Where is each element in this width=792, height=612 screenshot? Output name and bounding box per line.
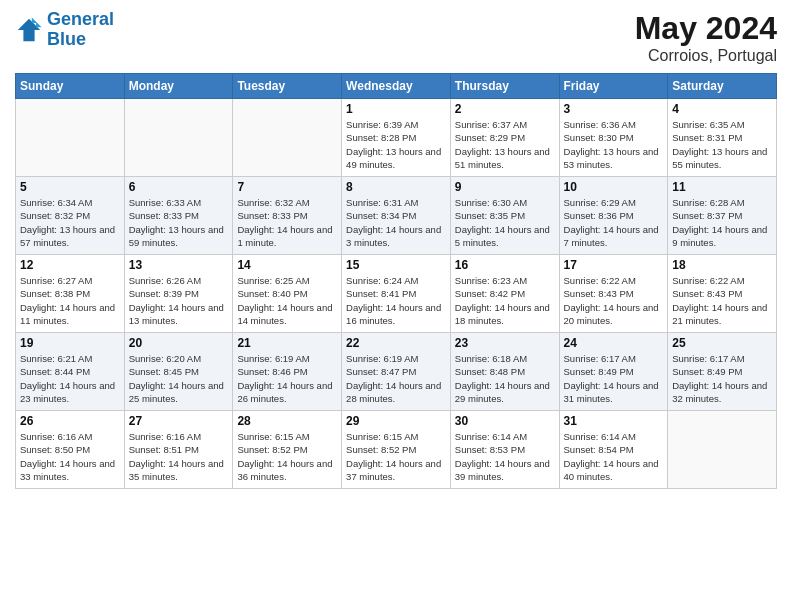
cell-day-number: 27	[129, 414, 229, 428]
cell-day-number: 25	[672, 336, 772, 350]
table-row: 12Sunrise: 6:27 AMSunset: 8:38 PMDayligh…	[16, 255, 125, 333]
table-row: 7Sunrise: 6:32 AMSunset: 8:33 PMDaylight…	[233, 177, 342, 255]
cell-day-number: 11	[672, 180, 772, 194]
calendar-week-row: 12Sunrise: 6:27 AMSunset: 8:38 PMDayligh…	[16, 255, 777, 333]
cell-info: Sunrise: 6:20 AMSunset: 8:45 PMDaylight:…	[129, 352, 229, 405]
col-monday: Monday	[124, 74, 233, 99]
cell-day-number: 15	[346, 258, 446, 272]
cell-info: Sunrise: 6:14 AMSunset: 8:54 PMDaylight:…	[564, 430, 664, 483]
table-row: 25Sunrise: 6:17 AMSunset: 8:49 PMDayligh…	[668, 333, 777, 411]
cell-info: Sunrise: 6:29 AMSunset: 8:36 PMDaylight:…	[564, 196, 664, 249]
cell-info: Sunrise: 6:26 AMSunset: 8:39 PMDaylight:…	[129, 274, 229, 327]
cell-day-number: 16	[455, 258, 555, 272]
cell-info: Sunrise: 6:19 AMSunset: 8:46 PMDaylight:…	[237, 352, 337, 405]
cell-day-number: 5	[20, 180, 120, 194]
table-row: 23Sunrise: 6:18 AMSunset: 8:48 PMDayligh…	[450, 333, 559, 411]
cell-info: Sunrise: 6:31 AMSunset: 8:34 PMDaylight:…	[346, 196, 446, 249]
table-row: 19Sunrise: 6:21 AMSunset: 8:44 PMDayligh…	[16, 333, 125, 411]
table-row	[233, 99, 342, 177]
calendar-week-row: 26Sunrise: 6:16 AMSunset: 8:50 PMDayligh…	[16, 411, 777, 489]
cell-day-number: 20	[129, 336, 229, 350]
cell-day-number: 13	[129, 258, 229, 272]
cell-info: Sunrise: 6:39 AMSunset: 8:28 PMDaylight:…	[346, 118, 446, 171]
cell-day-number: 10	[564, 180, 664, 194]
main-title: May 2024	[635, 10, 777, 47]
table-row: 8Sunrise: 6:31 AMSunset: 8:34 PMDaylight…	[342, 177, 451, 255]
calendar-week-row: 5Sunrise: 6:34 AMSunset: 8:32 PMDaylight…	[16, 177, 777, 255]
cell-info: Sunrise: 6:17 AMSunset: 8:49 PMDaylight:…	[672, 352, 772, 405]
table-row: 20Sunrise: 6:20 AMSunset: 8:45 PMDayligh…	[124, 333, 233, 411]
cell-day-number: 30	[455, 414, 555, 428]
col-thursday: Thursday	[450, 74, 559, 99]
table-row: 16Sunrise: 6:23 AMSunset: 8:42 PMDayligh…	[450, 255, 559, 333]
cell-info: Sunrise: 6:24 AMSunset: 8:41 PMDaylight:…	[346, 274, 446, 327]
cell-info: Sunrise: 6:33 AMSunset: 8:33 PMDaylight:…	[129, 196, 229, 249]
table-row: 30Sunrise: 6:14 AMSunset: 8:53 PMDayligh…	[450, 411, 559, 489]
cell-info: Sunrise: 6:18 AMSunset: 8:48 PMDaylight:…	[455, 352, 555, 405]
cell-day-number: 6	[129, 180, 229, 194]
table-row: 9Sunrise: 6:30 AMSunset: 8:35 PMDaylight…	[450, 177, 559, 255]
logo-text: General Blue	[47, 10, 114, 50]
cell-info: Sunrise: 6:30 AMSunset: 8:35 PMDaylight:…	[455, 196, 555, 249]
table-row: 15Sunrise: 6:24 AMSunset: 8:41 PMDayligh…	[342, 255, 451, 333]
col-tuesday: Tuesday	[233, 74, 342, 99]
logo: General Blue	[15, 10, 114, 50]
table-row: 22Sunrise: 6:19 AMSunset: 8:47 PMDayligh…	[342, 333, 451, 411]
table-row: 10Sunrise: 6:29 AMSunset: 8:36 PMDayligh…	[559, 177, 668, 255]
table-row: 26Sunrise: 6:16 AMSunset: 8:50 PMDayligh…	[16, 411, 125, 489]
calendar-table: Sunday Monday Tuesday Wednesday Thursday…	[15, 73, 777, 489]
cell-day-number: 22	[346, 336, 446, 350]
table-row: 2Sunrise: 6:37 AMSunset: 8:29 PMDaylight…	[450, 99, 559, 177]
page-header: General Blue May 2024 Corroios, Portugal	[15, 10, 777, 65]
table-row	[124, 99, 233, 177]
table-row: 29Sunrise: 6:15 AMSunset: 8:52 PMDayligh…	[342, 411, 451, 489]
cell-info: Sunrise: 6:15 AMSunset: 8:52 PMDaylight:…	[346, 430, 446, 483]
col-saturday: Saturday	[668, 74, 777, 99]
cell-info: Sunrise: 6:22 AMSunset: 8:43 PMDaylight:…	[672, 274, 772, 327]
cell-info: Sunrise: 6:32 AMSunset: 8:33 PMDaylight:…	[237, 196, 337, 249]
logo-icon	[15, 16, 43, 44]
cell-info: Sunrise: 6:35 AMSunset: 8:31 PMDaylight:…	[672, 118, 772, 171]
cell-day-number: 12	[20, 258, 120, 272]
cell-day-number: 9	[455, 180, 555, 194]
cell-info: Sunrise: 6:16 AMSunset: 8:50 PMDaylight:…	[20, 430, 120, 483]
table-row: 24Sunrise: 6:17 AMSunset: 8:49 PMDayligh…	[559, 333, 668, 411]
table-row: 4Sunrise: 6:35 AMSunset: 8:31 PMDaylight…	[668, 99, 777, 177]
header-row: Sunday Monday Tuesday Wednesday Thursday…	[16, 74, 777, 99]
cell-info: Sunrise: 6:28 AMSunset: 8:37 PMDaylight:…	[672, 196, 772, 249]
table-row: 17Sunrise: 6:22 AMSunset: 8:43 PMDayligh…	[559, 255, 668, 333]
cell-info: Sunrise: 6:17 AMSunset: 8:49 PMDaylight:…	[564, 352, 664, 405]
cell-day-number: 23	[455, 336, 555, 350]
cell-day-number: 28	[237, 414, 337, 428]
cell-day-number: 21	[237, 336, 337, 350]
table-row: 11Sunrise: 6:28 AMSunset: 8:37 PMDayligh…	[668, 177, 777, 255]
table-row	[16, 99, 125, 177]
cell-day-number: 24	[564, 336, 664, 350]
col-wednesday: Wednesday	[342, 74, 451, 99]
cell-info: Sunrise: 6:23 AMSunset: 8:42 PMDaylight:…	[455, 274, 555, 327]
cell-info: Sunrise: 6:37 AMSunset: 8:29 PMDaylight:…	[455, 118, 555, 171]
col-friday: Friday	[559, 74, 668, 99]
table-row: 13Sunrise: 6:26 AMSunset: 8:39 PMDayligh…	[124, 255, 233, 333]
calendar-week-row: 19Sunrise: 6:21 AMSunset: 8:44 PMDayligh…	[16, 333, 777, 411]
cell-day-number: 17	[564, 258, 664, 272]
col-sunday: Sunday	[16, 74, 125, 99]
cell-day-number: 19	[20, 336, 120, 350]
cell-info: Sunrise: 6:21 AMSunset: 8:44 PMDaylight:…	[20, 352, 120, 405]
cell-day-number: 7	[237, 180, 337, 194]
cell-day-number: 3	[564, 102, 664, 116]
cell-info: Sunrise: 6:22 AMSunset: 8:43 PMDaylight:…	[564, 274, 664, 327]
cell-info: Sunrise: 6:19 AMSunset: 8:47 PMDaylight:…	[346, 352, 446, 405]
table-row	[668, 411, 777, 489]
cell-day-number: 31	[564, 414, 664, 428]
table-row: 18Sunrise: 6:22 AMSunset: 8:43 PMDayligh…	[668, 255, 777, 333]
cell-day-number: 14	[237, 258, 337, 272]
cell-day-number: 8	[346, 180, 446, 194]
subtitle: Corroios, Portugal	[635, 47, 777, 65]
svg-marker-0	[18, 19, 40, 41]
cell-info: Sunrise: 6:36 AMSunset: 8:30 PMDaylight:…	[564, 118, 664, 171]
cell-day-number: 1	[346, 102, 446, 116]
calendar-week-row: 1Sunrise: 6:39 AMSunset: 8:28 PMDaylight…	[16, 99, 777, 177]
calendar-body: 1Sunrise: 6:39 AMSunset: 8:28 PMDaylight…	[16, 99, 777, 489]
cell-info: Sunrise: 6:27 AMSunset: 8:38 PMDaylight:…	[20, 274, 120, 327]
